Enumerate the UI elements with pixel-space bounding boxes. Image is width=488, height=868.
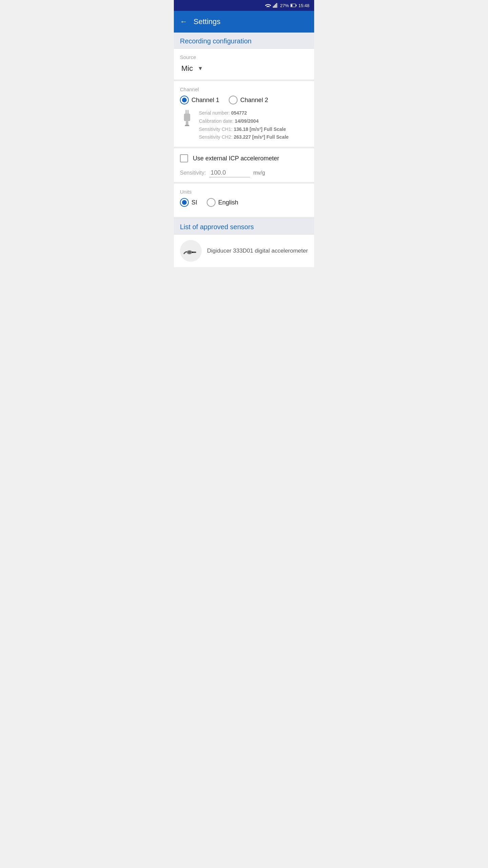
svg-rect-2: [275, 4, 276, 8]
svg-rect-4: [277, 3, 278, 8]
time-display: 15:48: [298, 3, 309, 8]
channel2-label: Channel 2: [240, 97, 268, 104]
svg-rect-3: [276, 3, 277, 8]
svg-rect-8: [185, 110, 187, 114]
app-header: ← Settings: [174, 11, 314, 33]
page-title: Settings: [194, 17, 221, 26]
source-card: Source Mic ▼: [174, 48, 314, 80]
english-radio-circle: [207, 198, 216, 207]
sensitivity-field-label: Sensitivity:: [180, 170, 206, 176]
svg-point-15: [188, 251, 191, 254]
sensitivity-ch1-value: 136.18 [m/s²] Full Scale: [234, 126, 286, 132]
source-value: Mic: [181, 64, 193, 73]
approved-sensors-section: List of approved sensors: [174, 218, 314, 234]
svg-rect-0: [273, 6, 274, 8]
channel1-radio[interactable]: Channel 1: [180, 96, 219, 104]
external-icp-row[interactable]: Use external ICP accelerometer: [180, 154, 308, 162]
external-icp-label: Use external ICP accelerometer: [193, 155, 279, 162]
external-icp-checkbox[interactable]: [180, 154, 188, 162]
svg-rect-10: [184, 114, 190, 121]
svg-rect-9: [187, 110, 189, 114]
digiducer-icon: [181, 241, 200, 260]
back-button[interactable]: ←: [180, 17, 187, 26]
units-label: Units: [180, 189, 308, 195]
wifi-icon: [265, 3, 271, 8]
sensor-details: Serial number: 054772 Calibration date: …: [199, 109, 289, 141]
english-label: English: [218, 199, 238, 206]
battery-percent: 27%: [280, 3, 289, 8]
svg-rect-17: [192, 252, 193, 253]
sensitivity-unit: mv/g: [253, 170, 265, 176]
status-bar: 27% 15:48: [174, 0, 314, 11]
sensitivity-ch2-row: Sensitivity CH2: 263.227 [m/s²] Full Sca…: [199, 133, 289, 141]
sensor-info: Serial number: 054772 Calibration date: …: [180, 109, 308, 141]
sensor-list-item[interactable]: Digiducer 333D01 digital accelerometer: [174, 234, 314, 267]
channel2-radio[interactable]: Channel 2: [229, 96, 268, 104]
english-radio[interactable]: English: [207, 198, 238, 207]
sensor-plug-icon: [180, 109, 194, 127]
battery-icon: [290, 3, 297, 7]
status-icons: 27% 15:48: [265, 3, 309, 8]
channel-label: Channel: [180, 86, 308, 92]
source-label: Source: [180, 54, 308, 60]
channel2-radio-circle: [229, 96, 238, 104]
icp-section: Use external ICP accelerometer Sensitivi…: [174, 148, 314, 182]
si-label: SI: [191, 199, 197, 206]
calibration-date-value: 14/09/2004: [235, 118, 259, 124]
recording-config-section: Recording configuration: [174, 33, 314, 48]
sensor1-name: Digiducer 333D01 digital accelerometer: [207, 248, 308, 254]
signal-icon: [273, 3, 278, 8]
sensitivity-ch2-value: 263.227 [m/s²] Full Scale: [234, 134, 289, 140]
sensitivity-ch1-row: Sensitivity CH1: 136.18 [m/s²] Full Scal…: [199, 125, 289, 134]
channel-radio-row: Channel 1 Channel 2: [180, 96, 308, 104]
serial-number-value: 054772: [231, 110, 247, 116]
svg-rect-1: [274, 5, 275, 8]
serial-number-row: Serial number: 054772: [199, 109, 289, 117]
channel1-label: Channel 1: [191, 97, 219, 104]
si-radio-circle: [180, 198, 189, 207]
sensitivity-row: Sensitivity: mv/g: [180, 169, 308, 177]
recording-config-title: Recording configuration: [180, 37, 308, 45]
units-section: Units SI English: [174, 183, 314, 217]
svg-rect-7: [296, 5, 297, 6]
si-radio[interactable]: SI: [180, 198, 197, 207]
source-dropdown[interactable]: Mic ▼: [180, 63, 308, 74]
units-radio-row: SI English: [180, 198, 308, 207]
svg-rect-6: [291, 4, 293, 7]
approved-sensors-title: List of approved sensors: [180, 223, 308, 231]
sensitivity-input[interactable]: [209, 169, 250, 177]
channel1-radio-circle: [180, 96, 189, 104]
svg-rect-12: [185, 125, 189, 126]
chevron-down-icon: ▼: [198, 65, 203, 72]
channel-section: Channel Channel 1 Channel 2 Serial numbe…: [174, 81, 314, 147]
calibration-date-row: Calibration date: 14/09/2004: [199, 117, 289, 125]
sensor-thumbnail: [180, 240, 202, 262]
